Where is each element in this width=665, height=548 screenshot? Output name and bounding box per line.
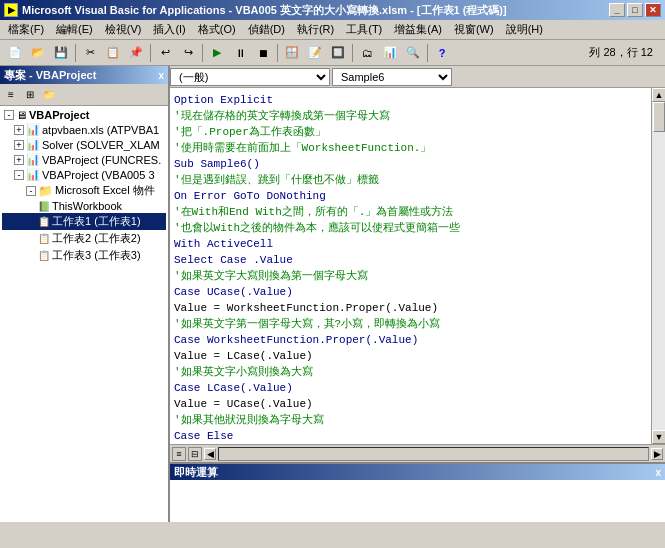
break-button[interactable]: ⏸ (229, 43, 251, 63)
tree-icon-vba005: 📊 (26, 168, 40, 181)
object-combo[interactable]: (一般) (170, 68, 330, 86)
tree-label-thisworkbook: ThisWorkbook (52, 200, 122, 212)
tree-icon-sheet3: 📋 (38, 250, 50, 261)
project-button[interactable]: 🗂 (356, 43, 378, 63)
menu-format[interactable]: 格式(O) (192, 21, 242, 39)
tree-label-sheet2: 工作表2 (工作表2) (52, 231, 141, 246)
hscroll-left-btn[interactable]: ◀ (204, 448, 216, 460)
horizontal-scrollbar[interactable] (218, 447, 649, 461)
immediate-content[interactable] (170, 480, 665, 522)
tree-label-funcres: VBAProject (FUNCRES. (42, 154, 161, 166)
expand-atp[interactable]: + (14, 125, 24, 135)
redo-button[interactable]: ↪ (177, 43, 199, 63)
project-toolbar: ≡ ⊞ 📁 (0, 84, 168, 106)
sep2 (150, 44, 151, 62)
vertical-scrollbar[interactable]: ▲ ▼ (651, 88, 665, 444)
tree-icon-solver: 📊 (26, 138, 40, 151)
tree-item-excel-objects[interactable]: - 📁 Microsoft Excel 物件 (2, 182, 166, 199)
tree-label-atp: atpvbaen.xls (ATPVBA1 (42, 124, 159, 136)
paste-button[interactable]: 📌 (125, 43, 147, 63)
help-button[interactable]: ? (431, 43, 453, 63)
right-panel: (一般) Sample6 Option Explicit'現在儲存格的英文字轉換… (170, 66, 665, 522)
project-panel-title: 專案 - VBAProject x (0, 66, 168, 84)
tree-item-sheet2[interactable]: 📋 工作表2 (工作表2) (2, 230, 166, 247)
userform-button[interactable]: 🪟 (281, 43, 303, 63)
tree-label-solver: Solver (SOLVER_XLAM (42, 139, 160, 151)
hscroll-right-btn[interactable]: ▶ (651, 448, 663, 460)
toggle-folders-btn[interactable]: 📁 (40, 87, 58, 103)
scroll-thumb[interactable] (653, 102, 665, 132)
menu-tools[interactable]: 工具(T) (340, 21, 388, 39)
class-button[interactable]: 🔲 (327, 43, 349, 63)
immediate-title-label: 即時運算 (174, 465, 218, 480)
scroll-track[interactable] (652, 102, 665, 430)
row-col-info: 列 28，行 12 (589, 45, 661, 60)
menu-help[interactable]: 說明(H) (500, 21, 549, 39)
tree-item-sheet3[interactable]: 📋 工作表3 (工作表3) (2, 247, 166, 264)
tree-label-sheet3: 工作表3 (工作表3) (52, 248, 141, 263)
tree-item-sheet1[interactable]: 📋 工作表1 (工作表1) (2, 213, 166, 230)
tree-item-atp[interactable]: + 📊 atpvbaen.xls (ATPVBA1 (2, 122, 166, 137)
window-title: Microsoft Visual Basic for Applications … (22, 3, 507, 18)
expand-vba005[interactable]: - (14, 170, 24, 180)
tree-root-icon: 🖥 (16, 109, 27, 121)
view-module-btn[interactable]: ⊟ (188, 447, 202, 461)
run-button[interactable]: ▶ (206, 43, 228, 63)
expand-root[interactable]: - (4, 110, 14, 120)
tree-icon-sheet1: 📋 (38, 216, 50, 227)
tree-item-vba005[interactable]: - 📊 VBAProject (VBA005 3 (2, 167, 166, 182)
code-editor[interactable]: Option Explicit'現在儲存格的英文字轉換成第一個字母大寫'把「.P… (170, 88, 651, 444)
tree-item-solver[interactable]: + 📊 Solver (SOLVER_XLAM (2, 137, 166, 152)
immediate-title: 即時運算 x (170, 464, 665, 480)
maximize-button[interactable]: □ (627, 3, 643, 17)
immediate-panel: 即時運算 x (170, 462, 665, 522)
expand-funcres[interactable]: + (14, 155, 24, 165)
cut-button[interactable]: ✂ (79, 43, 101, 63)
code-scroll-area: Option Explicit'現在儲存格的英文字轉換成第一個字母大寫'把「.P… (170, 88, 665, 444)
close-button[interactable]: ✕ (645, 3, 661, 17)
objectbrowse-button[interactable]: 🔍 (402, 43, 424, 63)
menu-edit[interactable]: 編輯(E) (50, 21, 99, 39)
reset-button[interactable]: ⏹ (252, 43, 274, 63)
scroll-up-btn[interactable]: ▲ (652, 88, 665, 102)
app-icon: ▶ (4, 3, 18, 17)
view-code-btn[interactable]: ≡ (2, 87, 20, 103)
tree-item-funcres[interactable]: + 📊 VBAProject (FUNCRES. (2, 152, 166, 167)
module-button[interactable]: 📝 (304, 43, 326, 63)
view-proc-btn[interactable]: ≡ (172, 447, 186, 461)
tree-icon-thisworkbook: 📗 (38, 201, 50, 212)
scroll-down-btn[interactable]: ▼ (652, 430, 665, 444)
tree-label-excel-objects: Microsoft Excel 物件 (55, 183, 155, 198)
code-bottom-toolbar: ≡ ⊟ ◀ ▶ (170, 444, 665, 462)
tree-icon-atp: 📊 (26, 123, 40, 136)
menu-insert[interactable]: 插入(I) (147, 21, 191, 39)
minimize-button[interactable]: _ (609, 3, 625, 17)
menu-addins[interactable]: 增益集(A) (388, 21, 448, 39)
view-object-btn[interactable]: ⊞ (21, 87, 39, 103)
undo-button[interactable]: ↩ (154, 43, 176, 63)
tree-label-sheet1: 工作表1 (工作表1) (52, 214, 141, 229)
immediate-close[interactable]: x (655, 467, 661, 478)
sep3 (202, 44, 203, 62)
tree-icon-funcres: 📊 (26, 153, 40, 166)
proc-combo[interactable]: Sample6 (332, 68, 452, 86)
tree-label-vba005: VBAProject (VBA005 3 (42, 169, 155, 181)
menu-file[interactable]: 檔案(F) (2, 21, 50, 39)
tree-item-thisworkbook[interactable]: 📗 ThisWorkbook (2, 199, 166, 213)
open-button[interactable]: 📂 (27, 43, 49, 63)
save-button[interactable]: 💾 (50, 43, 72, 63)
tree-root[interactable]: - 🖥 VBAProject (2, 108, 166, 122)
window-controls: _ □ ✕ (609, 3, 661, 17)
props-button[interactable]: 📊 (379, 43, 401, 63)
project-panel-close[interactable]: x (158, 70, 164, 81)
expand-excel-objects[interactable]: - (26, 186, 36, 196)
new-button[interactable]: 📄 (4, 43, 26, 63)
expand-solver[interactable]: + (14, 140, 24, 150)
menu-debug[interactable]: 偵錯(D) (242, 21, 291, 39)
menu-window[interactable]: 視窗(W) (448, 21, 500, 39)
menu-view[interactable]: 檢視(V) (99, 21, 148, 39)
sep4 (277, 44, 278, 62)
toolbar-main: 📄 📂 💾 ✂ 📋 📌 ↩ ↪ ▶ ⏸ ⏹ 🪟 📝 🔲 🗂 📊 🔍 ? 列 28… (0, 40, 665, 66)
copy-button[interactable]: 📋 (102, 43, 124, 63)
menu-run[interactable]: 執行(R) (291, 21, 340, 39)
